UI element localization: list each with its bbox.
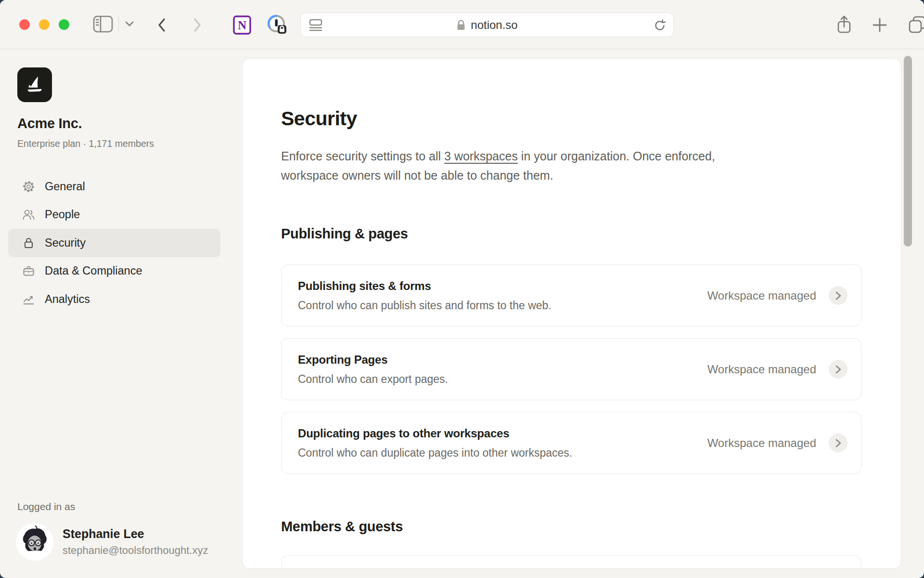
sidebar-item-security[interactable]: Security — [8, 229, 220, 257]
sidebar-item-label: People — [45, 208, 80, 221]
card-description: Control who can export pages. — [298, 373, 448, 386]
toolbar-divider — [118, 16, 119, 32]
browser-toolbar: N — [0, 0, 924, 49]
page-format-icon[interactable] — [308, 18, 323, 32]
scrollbar-thumb[interactable] — [904, 56, 912, 247]
reload-icon[interactable] — [653, 19, 667, 32]
page-title: Security — [281, 107, 861, 130]
briefcase-icon — [22, 264, 35, 277]
setting-card-exporting-pages[interactable]: Exporting Pages Control who can export p… — [281, 338, 861, 400]
status-badge: Workspace managed — [707, 363, 816, 376]
workspaces-link[interactable]: 3 workspaces — [444, 149, 518, 163]
sidebar-item-data-compliance[interactable]: Data & Compliance — [8, 257, 220, 286]
share-icon[interactable] — [835, 14, 853, 35]
zoom-window-button[interactable] — [59, 19, 69, 30]
sidebar-nav: General People — [8, 172, 220, 314]
card-title: Exporting Pages — [298, 353, 448, 367]
section-heading-members: Members & guests — [281, 518, 861, 535]
card-description: Control who can duplicate pages into oth… — [298, 447, 572, 460]
gear-icon — [22, 180, 35, 193]
org-plan-meta: Enterprise plan · 1,171 members — [17, 138, 154, 149]
settings-sidebar: Acme Inc. Enterprise plan · 1,171 member… — [0, 49, 242, 578]
sidebar-item-people[interactable]: People — [8, 201, 220, 229]
sidebar-item-general[interactable]: General — [8, 172, 220, 201]
chevron-right-button[interactable] — [829, 360, 847, 379]
sidebar-item-label: Analytics — [45, 293, 90, 306]
forward-button[interactable] — [190, 17, 204, 33]
intro-text: Enforce security settings to all 3 works… — [281, 146, 736, 185]
status-badge: Workspace managed — [707, 436, 816, 450]
user-name: Stephanie Lee — [63, 527, 144, 541]
chevron-right-button[interactable] — [829, 434, 847, 452]
sidebar-item-label: General — [45, 180, 85, 193]
onepassword-extension-icon[interactable] — [266, 13, 288, 36]
notion-extension-icon[interactable]: N — [232, 14, 252, 36]
intro-before: Enforce security settings to all — [281, 149, 444, 163]
security-settings-panel: Security Enforce security settings to al… — [242, 58, 901, 569]
setting-card-partial[interactable] — [281, 555, 861, 569]
padlock-icon — [456, 19, 466, 31]
user-email: stephanie@toolsforthought.xyz — [63, 544, 208, 557]
tab-overview-icon[interactable] — [908, 15, 924, 34]
sidebar-toggle-icon[interactable] — [92, 14, 114, 34]
user-avatar[interactable] — [16, 523, 53, 561]
chevron-right-button[interactable] — [829, 286, 847, 305]
setting-card-publishing-sites[interactable]: Publishing sites & forms Control who can… — [281, 264, 861, 327]
desktop-backdrop: N — [0, 0, 924, 578]
url-text[interactable]: notion.so — [471, 18, 517, 32]
svg-text:N: N — [238, 19, 246, 32]
lock-icon — [22, 236, 35, 250]
people-icon — [22, 208, 35, 221]
sidebar-item-analytics[interactable]: Analytics — [8, 285, 220, 314]
minimize-window-button[interactable] — [39, 19, 50, 30]
org-name: Acme Inc. — [17, 116, 82, 131]
address-bar[interactable]: notion.so — [300, 13, 674, 37]
safari-window: N — [0, 0, 924, 578]
section-heading-publishing: Publishing & pages — [281, 225, 861, 242]
setting-card-duplicating-pages[interactable]: Duplicating pages to other workspaces Co… — [281, 412, 861, 474]
chevron-down-icon[interactable] — [124, 20, 135, 28]
card-title: Publishing sites & forms — [298, 279, 552, 293]
sidebar-item-label: Security — [45, 236, 86, 250]
status-badge: Workspace managed — [707, 289, 816, 302]
org-logo[interactable] — [17, 67, 52, 102]
card-description: Control who can publish sites and forms … — [298, 299, 552, 312]
trend-chart-icon — [22, 293, 35, 306]
publishing-cards: Publishing sites & forms Control who can… — [281, 264, 861, 474]
logged-in-as-label: Logged in as — [17, 501, 75, 512]
close-window-button[interactable] — [19, 19, 30, 30]
back-button[interactable] — [155, 17, 169, 33]
sidebar-item-label: Data & Compliance — [45, 264, 142, 277]
card-title: Duplicating pages to other workspaces — [298, 427, 572, 440]
sailboat-icon — [24, 74, 46, 96]
new-tab-icon[interactable] — [872, 17, 887, 33]
